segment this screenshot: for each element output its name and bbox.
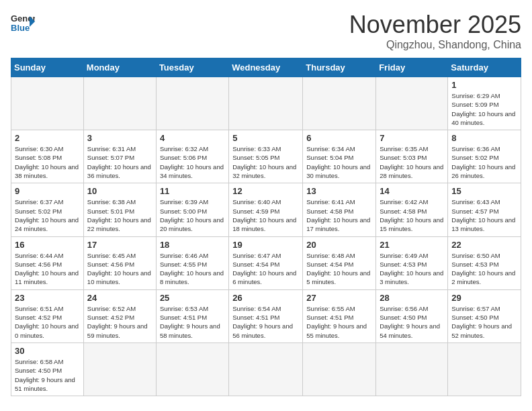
day-header-tuesday: Tuesday (156, 58, 228, 77)
day-info: Sunrise: 6:46 AM Sunset: 4:55 PM Dayligh… (160, 251, 225, 287)
day-info: Sunrise: 6:49 AM Sunset: 4:53 PM Dayligh… (380, 251, 444, 287)
calendar-cell: 11Sunrise: 6:39 AM Sunset: 5:00 PM Dayli… (156, 183, 228, 236)
day-info: Sunrise: 6:56 AM Sunset: 4:50 PM Dayligh… (380, 304, 444, 340)
calendar-cell (303, 77, 376, 130)
calendar-body: 1Sunrise: 6:29 AM Sunset: 5:09 PM Daylig… (11, 77, 521, 396)
day-info: Sunrise: 6:31 AM Sunset: 5:07 PM Dayligh… (87, 144, 152, 180)
calendar-cell: 6Sunrise: 6:34 AM Sunset: 5:04 PM Daylig… (303, 130, 376, 183)
calendar-cell: 27Sunrise: 6:55 AM Sunset: 4:51 PM Dayli… (303, 289, 376, 342)
calendar-cell: 19Sunrise: 6:47 AM Sunset: 4:54 PM Dayli… (229, 236, 303, 289)
calendar-cell: 26Sunrise: 6:54 AM Sunset: 4:51 PM Dayli… (229, 289, 303, 342)
day-info: Sunrise: 6:38 AM Sunset: 5:01 PM Dayligh… (87, 197, 152, 233)
calendar-cell (156, 342, 228, 396)
day-number: 3 (87, 133, 152, 143)
calendar-week-row: 30Sunrise: 6:58 AM Sunset: 4:50 PM Dayli… (11, 342, 521, 396)
day-info: Sunrise: 6:39 AM Sunset: 5:00 PM Dayligh… (160, 197, 225, 233)
day-number: 14 (380, 186, 444, 196)
calendar-cell (448, 342, 521, 396)
day-number: 28 (380, 293, 444, 303)
day-info: Sunrise: 6:36 AM Sunset: 5:02 PM Dayligh… (451, 144, 517, 180)
day-number: 22 (451, 240, 517, 250)
logo: General Blue (11, 11, 35, 35)
day-info: Sunrise: 6:34 AM Sunset: 5:04 PM Dayligh… (306, 144, 372, 180)
day-number: 24 (87, 293, 152, 303)
day-number: 19 (232, 240, 299, 250)
day-info: Sunrise: 6:54 AM Sunset: 4:51 PM Dayligh… (232, 304, 299, 340)
calendar-cell (303, 342, 376, 396)
calendar-cell (376, 77, 448, 130)
calendar-cell: 15Sunrise: 6:43 AM Sunset: 4:57 PM Dayli… (448, 183, 521, 236)
calendar-cell: 4Sunrise: 6:32 AM Sunset: 5:06 PM Daylig… (156, 130, 228, 183)
calendar-cell: 18Sunrise: 6:46 AM Sunset: 4:55 PM Dayli… (156, 236, 228, 289)
day-number: 1 (451, 80, 517, 90)
calendar-week-row: 16Sunrise: 6:44 AM Sunset: 4:56 PM Dayli… (11, 236, 521, 289)
day-info: Sunrise: 6:42 AM Sunset: 4:58 PM Dayligh… (380, 197, 444, 233)
day-info: Sunrise: 6:37 AM Sunset: 5:02 PM Dayligh… (15, 197, 80, 233)
day-info: Sunrise: 6:52 AM Sunset: 4:52 PM Dayligh… (87, 304, 152, 340)
day-number: 21 (380, 240, 444, 250)
calendar-week-row: 9Sunrise: 6:37 AM Sunset: 5:02 PM Daylig… (11, 183, 521, 236)
day-info: Sunrise: 6:51 AM Sunset: 4:52 PM Dayligh… (15, 304, 80, 340)
logo-icon: General Blue (11, 11, 35, 35)
day-info: Sunrise: 6:29 AM Sunset: 5:09 PM Dayligh… (451, 91, 517, 127)
header: General Blue November 2025 Qingzhou, Sha… (11, 11, 521, 51)
day-info: Sunrise: 6:53 AM Sunset: 4:51 PM Dayligh… (160, 304, 225, 340)
day-header-monday: Monday (83, 58, 156, 77)
calendar-cell: 23Sunrise: 6:51 AM Sunset: 4:52 PM Dayli… (11, 289, 84, 342)
day-info: Sunrise: 6:57 AM Sunset: 4:50 PM Dayligh… (451, 304, 517, 340)
calendar-cell (83, 342, 156, 396)
day-info: Sunrise: 6:58 AM Sunset: 4:50 PM Dayligh… (15, 357, 80, 393)
day-number: 13 (306, 186, 372, 196)
day-number: 18 (160, 240, 225, 250)
day-info: Sunrise: 6:33 AM Sunset: 5:05 PM Dayligh… (232, 144, 299, 180)
calendar-cell: 28Sunrise: 6:56 AM Sunset: 4:50 PM Dayli… (376, 289, 448, 342)
calendar-cell: 7Sunrise: 6:35 AM Sunset: 5:03 PM Daylig… (376, 130, 448, 183)
calendar-cell: 29Sunrise: 6:57 AM Sunset: 4:50 PM Dayli… (448, 289, 521, 342)
calendar-cell (376, 342, 448, 396)
day-number: 8 (451, 133, 517, 143)
day-info: Sunrise: 6:32 AM Sunset: 5:06 PM Dayligh… (160, 144, 225, 180)
svg-text:Blue: Blue (11, 23, 30, 33)
day-number: 10 (87, 186, 152, 196)
calendar-cell: 24Sunrise: 6:52 AM Sunset: 4:52 PM Dayli… (83, 289, 156, 342)
calendar-cell: 20Sunrise: 6:48 AM Sunset: 4:54 PM Dayli… (303, 236, 376, 289)
calendar-cell: 9Sunrise: 6:37 AM Sunset: 5:02 PM Daylig… (11, 183, 84, 236)
calendar-cell: 3Sunrise: 6:31 AM Sunset: 5:07 PM Daylig… (83, 130, 156, 183)
calendar-cell: 2Sunrise: 6:30 AM Sunset: 5:08 PM Daylig… (11, 130, 84, 183)
calendar-cell: 1Sunrise: 6:29 AM Sunset: 5:09 PM Daylig… (448, 77, 521, 130)
calendar-week-row: 2Sunrise: 6:30 AM Sunset: 5:08 PM Daylig… (11, 130, 521, 183)
day-header-friday: Friday (376, 58, 448, 77)
day-number: 25 (160, 293, 225, 303)
day-number: 15 (451, 186, 517, 196)
day-info: Sunrise: 6:30 AM Sunset: 5:08 PM Dayligh… (15, 144, 80, 180)
day-number: 12 (232, 186, 299, 196)
day-number: 20 (306, 240, 372, 250)
day-number: 2 (15, 133, 80, 143)
day-header-saturday: Saturday (448, 58, 521, 77)
calendar-week-row: 23Sunrise: 6:51 AM Sunset: 4:52 PM Dayli… (11, 289, 521, 342)
calendar-cell (11, 77, 84, 130)
calendar-cell: 14Sunrise: 6:42 AM Sunset: 4:58 PM Dayli… (376, 183, 448, 236)
day-number: 5 (232, 133, 299, 143)
calendar-cell: 25Sunrise: 6:53 AM Sunset: 4:51 PM Dayli… (156, 289, 228, 342)
day-header-wednesday: Wednesday (229, 58, 303, 77)
day-info: Sunrise: 6:47 AM Sunset: 4:54 PM Dayligh… (232, 251, 299, 287)
day-number: 6 (306, 133, 372, 143)
calendar-header-row: SundayMondayTuesdayWednesdayThursdayFrid… (11, 58, 521, 77)
day-number: 4 (160, 133, 225, 143)
calendar-cell: 30Sunrise: 6:58 AM Sunset: 4:50 PM Dayli… (11, 342, 84, 396)
day-info: Sunrise: 6:48 AM Sunset: 4:54 PM Dayligh… (306, 251, 372, 287)
day-number: 16 (15, 240, 80, 250)
day-number: 7 (380, 133, 444, 143)
calendar-cell: 5Sunrise: 6:33 AM Sunset: 5:05 PM Daylig… (229, 130, 303, 183)
day-number: 9 (15, 186, 80, 196)
day-number: 27 (306, 293, 372, 303)
calendar-cell: 21Sunrise: 6:49 AM Sunset: 4:53 PM Dayli… (376, 236, 448, 289)
day-info: Sunrise: 6:40 AM Sunset: 4:59 PM Dayligh… (232, 197, 299, 233)
day-info: Sunrise: 6:45 AM Sunset: 4:56 PM Dayligh… (87, 251, 152, 287)
calendar-cell (83, 77, 156, 130)
calendar-cell (229, 342, 303, 396)
calendar-cell: 12Sunrise: 6:40 AM Sunset: 4:59 PM Dayli… (229, 183, 303, 236)
calendar-cell (229, 77, 303, 130)
day-info: Sunrise: 6:43 AM Sunset: 4:57 PM Dayligh… (451, 197, 517, 233)
